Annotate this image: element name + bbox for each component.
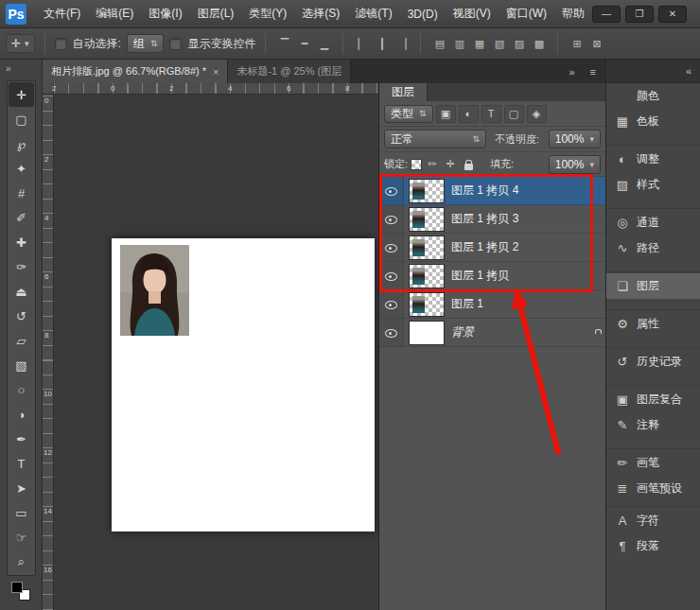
distribute-left-edges-icon[interactable]: ▧ — [490, 35, 508, 52]
align-left-edges-icon[interactable]: ▏ — [353, 35, 371, 52]
align-top-edges-icon[interactable]: ▔ — [275, 35, 293, 52]
align-bottom-edges-icon[interactable]: ▁ — [315, 35, 333, 52]
menu-window[interactable]: 窗口(W) — [499, 0, 554, 27]
menu-view[interactable]: 视图(V) — [446, 0, 499, 27]
menu-filter[interactable]: 滤镜(T) — [347, 0, 399, 27]
dock-item-adjustments[interactable]: ◐ 调整 — [606, 147, 700, 172]
dock-item-swatches[interactable]: ▦ 色板 — [606, 109, 700, 134]
filter-type-layers-icon[interactable]: T — [481, 105, 501, 123]
visibility-toggle[interactable] — [379, 234, 404, 261]
distribute-vertical-centers-icon[interactable]: ▥ — [450, 35, 468, 52]
path-selection-tool[interactable]: ➤ — [9, 476, 34, 500]
dock-item-history[interactable]: ↺ 历史记录 — [606, 349, 700, 375]
dock-item-brush[interactable]: ✏ 画笔 — [606, 450, 700, 476]
visibility-toggle[interactable] — [379, 205, 404, 233]
filter-smart-objects-icon[interactable]: ◈ — [527, 105, 547, 123]
visibility-toggle[interactable] — [379, 290, 404, 318]
layer-kind-filter-dropdown[interactable]: 类型 ⇅ — [384, 105, 433, 123]
menu-select[interactable]: 选择(S) — [294, 0, 347, 27]
close-button[interactable]: ✕ — [658, 6, 687, 23]
lock-position-icon[interactable]: ✛ — [443, 157, 458, 172]
dock-item-character[interactable]: A 字符 — [606, 508, 700, 533]
zoom-tool[interactable]: ⌕ — [9, 549, 34, 574]
background-layer-row[interactable]: 背景 — [379, 319, 605, 347]
auto-align-layers-icon[interactable]: ⊞ — [568, 35, 586, 52]
close-tab-icon[interactable]: × — [213, 66, 219, 78]
brush-tool[interactable]: ✑ — [9, 254, 34, 279]
dock-item-layer-comps[interactable]: ▣ 图层复合 — [606, 387, 700, 412]
layer-thumbnail[interactable] — [409, 264, 445, 288]
clone-stamp-tool[interactable]: ⏏ — [9, 279, 34, 304]
distribute-top-edges-icon[interactable]: ▤ — [430, 35, 448, 52]
layer-name[interactable]: 背景 — [451, 324, 474, 340]
layer-row[interactable]: 图层 1 拷贝 2 — [379, 234, 605, 262]
align-right-edges-icon[interactable]: ▕ — [393, 35, 411, 52]
move-tool[interactable]: ✛ — [9, 82, 34, 107]
dock-item-color[interactable]: 颜色 — [606, 83, 700, 109]
eyedropper-tool[interactable]: ✐ — [9, 205, 34, 230]
type-tool[interactable]: T — [9, 451, 34, 476]
layer-row[interactable]: 图层 1 拷贝 3 — [379, 205, 605, 234]
dodge-tool[interactable]: ◑ — [9, 402, 34, 427]
rectangular-marquee-tool[interactable]: ▢ — [9, 107, 34, 131]
show-transform-checkbox[interactable] — [169, 38, 182, 50]
layer-name[interactable]: 图层 1 拷贝 — [451, 268, 509, 284]
layer-row[interactable]: 图层 1 — [379, 290, 605, 319]
layer-name[interactable]: 图层 1 拷贝 3 — [451, 211, 518, 227]
gradient-tool[interactable]: ▧ — [9, 353, 34, 377]
dock-item-layers[interactable]: ❏ 图层 — [606, 273, 700, 299]
lasso-tool[interactable]: ℘ — [9, 131, 34, 156]
panel-collapse-icon[interactable]: » — [569, 66, 574, 78]
auto-select-checkbox[interactable] — [55, 38, 67, 50]
menu-3d[interactable]: 3D(D) — [400, 0, 446, 27]
filter-pixel-layers-icon[interactable]: ▣ — [436, 105, 456, 123]
visibility-toggle[interactable] — [379, 262, 404, 289]
foreground-background-swatches[interactable] — [11, 582, 32, 602]
menu-edit[interactable]: 编辑(E) — [88, 0, 141, 27]
layer-thumbnail[interactable] — [409, 207, 445, 232]
distribute-bottom-edges-icon[interactable]: ▦ — [470, 35, 488, 52]
minimize-button[interactable]: — — [592, 6, 621, 23]
layer-thumbnail[interactable] — [409, 292, 445, 317]
dock-item-paths[interactable]: ∿ 路径 — [606, 235, 700, 261]
layer-name[interactable]: 图层 1 — [451, 296, 483, 312]
restore-button[interactable]: ❐ — [625, 6, 654, 23]
opacity-dropdown[interactable]: 100% ▾ — [549, 130, 601, 148]
layer-thumbnail[interactable] — [409, 321, 445, 345]
fill-dropdown[interactable]: 100% ▾ — [549, 155, 601, 174]
pen-tool[interactable]: ✒ — [9, 427, 34, 451]
crop-tool[interactable]: # — [9, 181, 34, 205]
visibility-toggle[interactable] — [379, 319, 404, 346]
filter-adjustment-layers-icon[interactable]: ◐ — [459, 105, 479, 123]
tool-preset-picker[interactable]: ✛ ▾ — [6, 34, 35, 53]
filter-shape-layers-icon[interactable]: ▢ — [504, 105, 524, 123]
foreground-color-swatch[interactable] — [11, 582, 23, 593]
3d-mode-icon[interactable]: ⊠ — [587, 35, 605, 52]
dock-item-notes[interactable]: ✎ 注释 — [606, 412, 700, 438]
shape-tool[interactable]: ▭ — [9, 500, 34, 525]
tab-layers[interactable]: 图层 — [379, 83, 428, 101]
toolbar-collapse-icon[interactable]: » — [6, 63, 11, 74]
menu-image[interactable]: 图像(I) — [141, 0, 189, 27]
align-horizontal-centers-icon[interactable]: ┃ — [373, 35, 391, 52]
dock-item-channels[interactable]: ◎ 通道 — [606, 210, 700, 235]
canvas-area[interactable]: 2 0 2 4 6 8 0 2 4 6 8 10 12 14 16 — [43, 83, 378, 610]
dock-item-brush-presets[interactable]: ≣ 画笔预设 — [606, 476, 700, 501]
lock-all-icon[interactable] — [461, 157, 476, 172]
dock-item-styles[interactable]: ▨ 样式 — [606, 172, 700, 198]
blur-tool[interactable]: ○ — [9, 377, 34, 402]
layer-row[interactable]: 图层 1 拷贝 4 — [379, 177, 605, 205]
layer-name[interactable]: 图层 1 拷贝 4 — [451, 183, 518, 199]
document-canvas[interactable] — [112, 238, 375, 532]
healing-brush-tool[interactable]: ✚ — [9, 230, 34, 254]
align-vertical-centers-icon[interactable]: ━ — [295, 35, 313, 52]
document-tab-active[interactable]: 相片排版.jpg @ 66.7%(RGB/8#) * × — [43, 60, 228, 83]
menu-help[interactable]: 帮助 — [554, 0, 592, 27]
layer-name[interactable]: 图层 1 拷贝 2 — [451, 239, 518, 255]
menu-layer[interactable]: 图层(L) — [190, 0, 242, 27]
document-tab-inactive[interactable]: 未标题-1 @ 25% (图层 — [228, 60, 351, 83]
panel-menu-icon[interactable]: ≡ — [590, 66, 596, 78]
menu-file[interactable]: 文件(F) — [36, 0, 88, 27]
eraser-tool[interactable]: ▱ — [9, 328, 34, 353]
layer-row[interactable]: 图层 1 拷贝 — [379, 262, 605, 290]
